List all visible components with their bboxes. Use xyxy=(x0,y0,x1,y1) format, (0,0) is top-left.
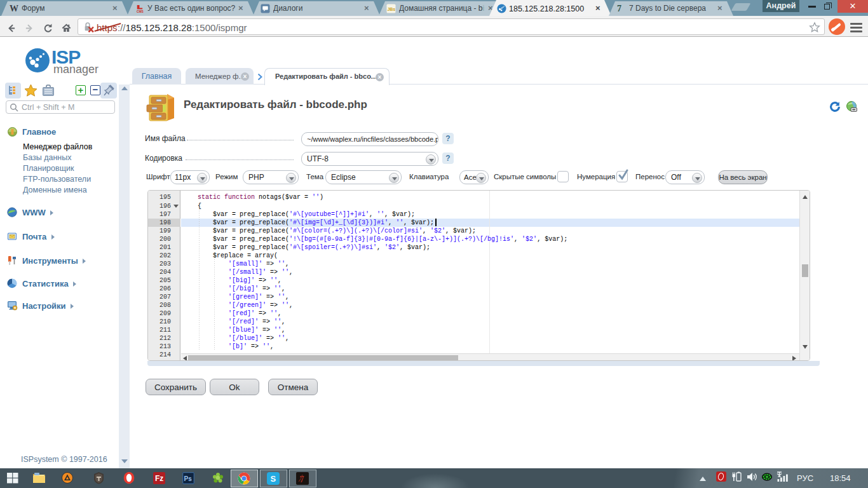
svg-text:S: S xyxy=(271,474,276,484)
svg-text:Ps: Ps xyxy=(184,475,193,482)
svg-text:JBs: JBs xyxy=(387,7,395,11)
svg-text:7: 7 xyxy=(617,4,621,13)
svg-text:W: W xyxy=(10,4,18,13)
svg-text:CMS: CMS xyxy=(137,10,144,13)
svg-text:Fz: Fz xyxy=(155,474,163,483)
